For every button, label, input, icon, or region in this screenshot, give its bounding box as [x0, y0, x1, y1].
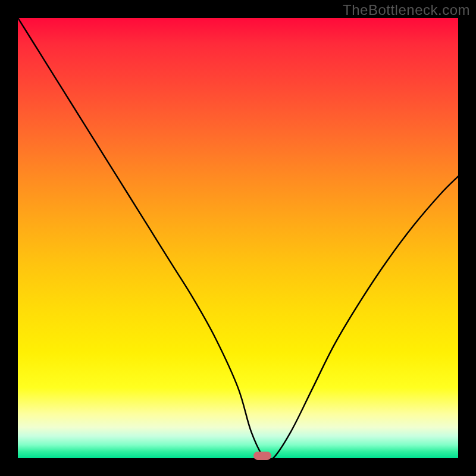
curve-svg: [18, 18, 458, 458]
watermark-text: TheBottleneck.com: [343, 2, 470, 18]
bottleneck-curve-path: [18, 18, 458, 458]
optimal-marker: [253, 452, 271, 460]
plot-area: [18, 18, 458, 458]
